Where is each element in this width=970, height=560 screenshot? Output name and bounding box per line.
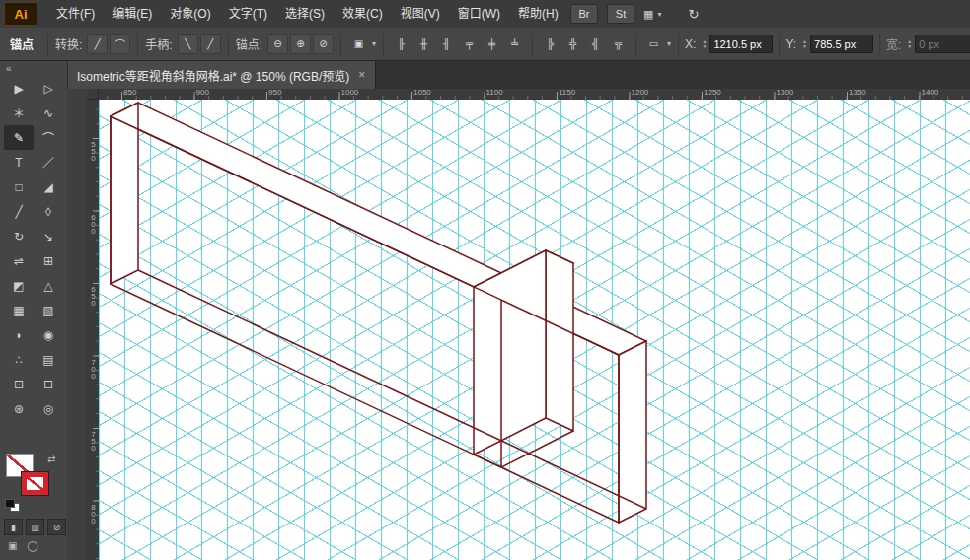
align-right-icon[interactable]: ╢	[436, 34, 457, 54]
none-mode-button[interactable]: ⊘	[47, 519, 66, 535]
isolate-selection-button[interactable]: ▣	[348, 34, 369, 54]
collapse-panel-button[interactable]: «	[0, 61, 67, 76]
color-mode-button[interactable]: ▮	[4, 519, 23, 535]
menu-item-0[interactable]: 文件(F)	[47, 7, 104, 21]
menu-item-5[interactable]: 效果(C)	[334, 7, 392, 21]
ruler-label: 1300	[777, 89, 794, 97]
align-h-center-icon[interactable]: ╫	[413, 34, 434, 54]
slice-tool[interactable]: ⊟	[34, 372, 63, 396]
default-fill-stroke-icon[interactable]	[5, 499, 19, 511]
selection-tool[interactable]: ▶	[4, 76, 34, 101]
zoom-tool[interactable]: ◎	[34, 396, 63, 421]
control-group-label: 锚点:	[236, 35, 262, 52]
hide-handles-icon[interactable]: ╱	[200, 34, 221, 54]
distribute-left-icon[interactable]: ╦	[608, 34, 629, 54]
width-tool[interactable]: ⇌	[4, 248, 34, 273]
transform-button[interactable]: ▭	[643, 34, 664, 54]
magic-wand-tool[interactable]: ＊	[4, 101, 34, 125]
eraser-tool[interactable]: ◊	[34, 199, 63, 224]
menu-item-1[interactable]: 编辑(E)	[104, 7, 161, 21]
x-input[interactable]: 1210.5 px	[709, 35, 773, 53]
convert-to-corner-icon[interactable]: ╱	[87, 34, 108, 54]
convert-to-smooth-icon[interactable]: ⌒	[110, 34, 130, 54]
arm-side-face[interactable]	[474, 250, 546, 455]
hand-tool[interactable]: ⊛	[4, 396, 34, 421]
tools-panel: « ▶▷＊∿✎⌒T／□◢╱◊↻↘⇌⊞◩△▦▧◗◉∴▤⊡⊟⊛◎ ⇄ ▮▥⊘ ▣◯	[0, 61, 68, 560]
control-group-label: 手柄:	[145, 35, 172, 52]
ruler-label: 700	[89, 358, 98, 379]
align-left-icon[interactable]: ╟	[391, 34, 411, 54]
draw-behind-button[interactable]: ◯	[27, 540, 37, 551]
distribute-group: ╠╬╣╦	[532, 33, 635, 56]
curvature-tool[interactable]: ⌒	[34, 125, 63, 150]
show-handles-icon[interactable]: ╲	[178, 34, 198, 54]
menu-item-3[interactable]: 文字(T)	[220, 7, 276, 21]
type-tool[interactable]: T	[4, 150, 34, 175]
line-segment-tool[interactable]: ／	[34, 150, 63, 175]
swap-fill-stroke-icon[interactable]: ⇄	[47, 454, 55, 464]
sync-icon[interactable]: ↻	[688, 7, 699, 22]
stem-front-outline[interactable]	[111, 116, 619, 523]
arm-front-bottom[interactable]	[474, 455, 501, 467]
canvas[interactable]	[99, 100, 970, 560]
eyedropper-tool[interactable]: ◗	[4, 322, 34, 347]
stroke-color-swatch[interactable]	[22, 472, 48, 495]
distribute-top-icon[interactable]: ╠	[540, 34, 560, 54]
arm-outer-cap[interactable]	[546, 250, 573, 431]
draw-normal-button[interactable]: ▣	[8, 540, 17, 551]
menu-item-2[interactable]: 对象(O)	[161, 7, 219, 21]
connect-path-icon[interactable]: ⊘	[313, 34, 334, 54]
draw-mode-buttons: ▣◯	[8, 540, 38, 551]
y-input[interactable]: 785.5 px	[810, 35, 873, 53]
paintbrush-tool[interactable]: ◢	[34, 175, 63, 199]
mesh-tool[interactable]: ▦	[4, 298, 34, 322]
arm-inner-bottom[interactable]	[501, 431, 573, 467]
column-graph-tool[interactable]: ▤	[34, 347, 63, 372]
document-tab[interactable]: Isometric等距视角斜角网格.ai* @ 150% (RGB/预览) ×	[67, 61, 376, 89]
stock-button[interactable]: St	[607, 4, 634, 24]
lasso-tool[interactable]: ∿	[34, 101, 63, 125]
x-coordinate-group: X: ▲▼ 1210.5 px	[678, 33, 779, 56]
gradient-mode-button[interactable]: ▥	[26, 519, 44, 535]
blend-tool[interactable]: ◉	[34, 322, 63, 347]
stem-end-cap[interactable]	[619, 341, 646, 523]
pencil-tool[interactable]: ╱	[4, 199, 34, 224]
symbol-sprayer-tool[interactable]: ∴	[4, 347, 34, 372]
chevron-down-icon: ▾	[667, 39, 671, 48]
add-anchor-icon[interactable]: ⊕	[290, 34, 311, 54]
align-v-center-icon[interactable]: ╪	[482, 34, 502, 54]
menu-item-4[interactable]: 选择(S)	[276, 7, 334, 21]
ruler-origin-corner[interactable]	[87, 89, 99, 100]
free-transform-tool[interactable]: ⊞	[34, 248, 63, 273]
close-icon[interactable]: ×	[358, 68, 365, 82]
scale-tool[interactable]: ↘	[34, 224, 63, 248]
workspace-switcher[interactable]: ▦ ▾	[643, 8, 661, 21]
y-stepper[interactable]: ▲▼	[802, 39, 807, 49]
rotate-tool[interactable]: ↻	[4, 224, 34, 248]
menu-item-7[interactable]: 窗口(W)	[449, 7, 509, 21]
remove-anchor-icon[interactable]: ⊖	[267, 34, 288, 54]
align-top-icon[interactable]: ╤	[459, 34, 480, 54]
x-stepper[interactable]: ▲▼	[702, 39, 707, 49]
ruler-label: 1400	[922, 89, 939, 97]
pen-tool[interactable]: ✎	[4, 125, 34, 150]
align-bottom-icon[interactable]: ╧	[504, 34, 525, 54]
stem-left-cap[interactable]	[111, 103, 138, 284]
align-group: ╟╫╢╤╪╧	[383, 33, 532, 56]
ruler-label: 1350	[849, 89, 866, 97]
distribute-v-center-icon[interactable]: ╬	[562, 34, 583, 54]
artboard-tool[interactable]: ⊡	[4, 372, 34, 396]
isometric-letter-artwork[interactable]	[99, 100, 970, 560]
menu-item-6[interactable]: 视图(V)	[392, 7, 449, 21]
gradient-tool[interactable]: ▧	[34, 298, 63, 322]
workspace-icon: ▦	[643, 8, 653, 21]
rectangle-tool[interactable]: □	[4, 175, 34, 199]
ruler-label: 1100	[486, 89, 503, 97]
direct-selection-tool[interactable]: ▷	[34, 76, 63, 101]
perspective-grid-tool[interactable]: △	[34, 273, 63, 298]
shape-builder-tool[interactable]: ◩	[4, 273, 34, 298]
bridge-button[interactable]: Br	[570, 4, 598, 24]
document-tab-title: Isometric等距视角斜角网格.ai* @ 150% (RGB/预览)	[77, 67, 349, 84]
distribute-bottom-icon[interactable]: ╣	[585, 34, 606, 54]
menu-item-8[interactable]: 帮助(H)	[509, 7, 567, 21]
